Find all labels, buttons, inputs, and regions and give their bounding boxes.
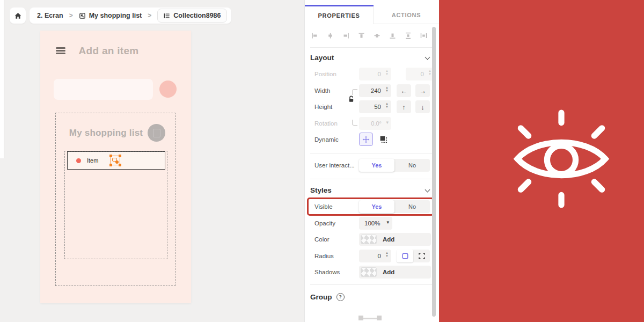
align-middle-vertical-icon[interactable] [374, 32, 380, 39]
dynamic-position-button[interactable] [359, 133, 373, 146]
app-window: 2. Ecran > My shopping list > [0, 0, 644, 322]
visible-toggle[interactable]: Yes No [359, 200, 430, 213]
mockup-action-circle[interactable] [148, 124, 165, 142]
distribute-vertical-icon[interactable] [405, 32, 412, 39]
radius-mode-switch [397, 250, 430, 262]
position-label: Position [314, 68, 336, 80]
visible-label: Visible [314, 200, 333, 213]
position-x-input[interactable]: 0 ▲▼ [359, 68, 391, 80]
height-input[interactable]: 50 ▲▼ [359, 100, 391, 113]
arrow-down-icon: ↓ [421, 103, 425, 111]
user-interactions-row: User interact... Yes No [305, 159, 439, 172]
opacity-select[interactable]: 100% ▾ [359, 217, 392, 230]
dynamic-size-button[interactable] [376, 133, 390, 146]
user-interactions-label: User interact... [314, 159, 355, 172]
width-input[interactable]: 240 ▲▼ [359, 84, 391, 97]
tab-actions[interactable]: ACTIONS [374, 6, 439, 24]
styles-section-header: Styles [310, 184, 332, 196]
rotation-label: Rotation [314, 117, 338, 130]
chevron-down-icon[interactable] [425, 55, 430, 60]
stepper-arrows-icon[interactable]: ▲▼ [385, 102, 389, 108]
color-label: Color [314, 233, 329, 246]
stepper-arrows-icon[interactable]: ▲▼ [385, 251, 389, 258]
toggle-no[interactable]: No [394, 159, 430, 172]
toggle-yes[interactable]: Yes [359, 159, 394, 172]
align-bottom-icon[interactable] [389, 32, 396, 39]
divider [310, 153, 433, 153]
radius-row: Radius 0 ▲▼ [305, 250, 439, 262]
divider [310, 47, 433, 48]
align-right-icon[interactable] [342, 32, 349, 39]
height-label: Height [314, 100, 332, 113]
radius-label: Radius [314, 250, 334, 262]
caret-down-icon: ▾ [386, 219, 389, 225]
radius-uniform-button[interactable] [397, 250, 413, 262]
nudge-left-button[interactable]: ← [397, 84, 411, 97]
divider [310, 179, 433, 179]
breadcrumb-separator: > [147, 12, 152, 19]
shadows-row: Shadows Add [305, 266, 439, 279]
home-button[interactable] [10, 8, 26, 24]
width-row: Width 240 ▲▼ ← → [305, 84, 439, 97]
corners-icon [418, 252, 426, 260]
mockup-screen-title: Add an item [40, 45, 177, 57]
rotation-row: Rotation 0.0° ▾ [305, 117, 439, 130]
home-icon [14, 12, 22, 20]
selected-image-component[interactable] [111, 156, 120, 165]
shadows-label: Shadows [314, 266, 340, 279]
nudge-down-button[interactable]: ↓ [415, 100, 430, 113]
user-interactions-toggle[interactable]: Yes No [359, 159, 430, 172]
transparent-swatch-icon [361, 235, 377, 244]
help-icon[interactable]: ? [336, 293, 345, 301]
position-y-input[interactable]: 0 ▲▼ [406, 68, 434, 80]
stepper-arrows-icon[interactable]: ▲▼ [385, 69, 389, 76]
breadcrumb-component[interactable]: My shopping list [79, 12, 142, 19]
selection-handle[interactable] [109, 164, 112, 166]
stepper-arrows-icon[interactable]: ▲▼ [385, 86, 389, 92]
shadows-add-button[interactable]: Add [359, 266, 431, 279]
left-panel-edge [0, 0, 4, 158]
toggle-no[interactable]: No [394, 200, 430, 213]
editor-canvas[interactable]: 2. Ecran > My shopping list > [0, 0, 304, 322]
panel-scrollbar[interactable] [432, 27, 436, 317]
selection-handle[interactable] [119, 155, 121, 157]
opacity-row: Opacity 100% ▾ [305, 217, 439, 230]
caret-down-icon: ▾ [386, 120, 389, 125]
rotation-input[interactable]: 0.0° ▾ [359, 117, 391, 130]
chevron-down-icon[interactable] [425, 187, 430, 193]
item-label: Item [87, 157, 98, 164]
visibility-overlay-panel [439, 0, 644, 322]
toggle-yes[interactable]: Yes [359, 200, 394, 213]
dynamic-row: Dynamic [305, 133, 439, 146]
align-top-icon[interactable] [358, 32, 365, 39]
nudge-right-button[interactable]: → [415, 84, 430, 97]
color-add-button[interactable]: Add [359, 233, 431, 246]
align-center-horizontal-icon[interactable] [327, 32, 334, 39]
mockup-list-title: My shopping list [67, 128, 145, 138]
image-icon-dot [115, 160, 119, 164]
distribute-horizontal-icon[interactable] [420, 32, 427, 39]
align-left-icon[interactable] [311, 32, 318, 39]
radius-per-corner-button[interactable] [413, 250, 430, 262]
transparent-swatch-icon [361, 267, 377, 277]
move-crosshair-icon [362, 136, 370, 143]
properties-panel: PROPERTIES ACTIONS Layout [304, 0, 439, 322]
nudge-up-button[interactable]: ↑ [397, 100, 411, 113]
panel-tabbar: PROPERTIES ACTIONS [305, 6, 439, 24]
arrow-left-icon: ← [400, 87, 407, 95]
tab-properties[interactable]: PROPERTIES [305, 6, 374, 24]
breadcrumb-separator: > [68, 12, 74, 19]
breadcrumb-collection[interactable]: Collection8986 [157, 9, 226, 23]
mockup-input-field[interactable] [54, 79, 153, 100]
phone-mockup-screen[interactable]: Add an item My shopping list Item [40, 31, 191, 303]
slider-handle[interactable] [358, 316, 363, 320]
slider-handle[interactable] [377, 316, 382, 320]
selection-handle[interactable] [119, 164, 121, 166]
width-label: Width [314, 84, 330, 97]
stepper-arrows-icon[interactable]: ▲▼ [428, 69, 431, 76]
mockup-item-row[interactable]: Item [67, 151, 165, 170]
selection-handle[interactable] [109, 155, 112, 157]
breadcrumb-screen[interactable]: 2. Ecran [37, 12, 63, 19]
radius-input[interactable]: 0 ▲▼ [359, 250, 391, 262]
mockup-fab-circle[interactable] [159, 80, 177, 98]
